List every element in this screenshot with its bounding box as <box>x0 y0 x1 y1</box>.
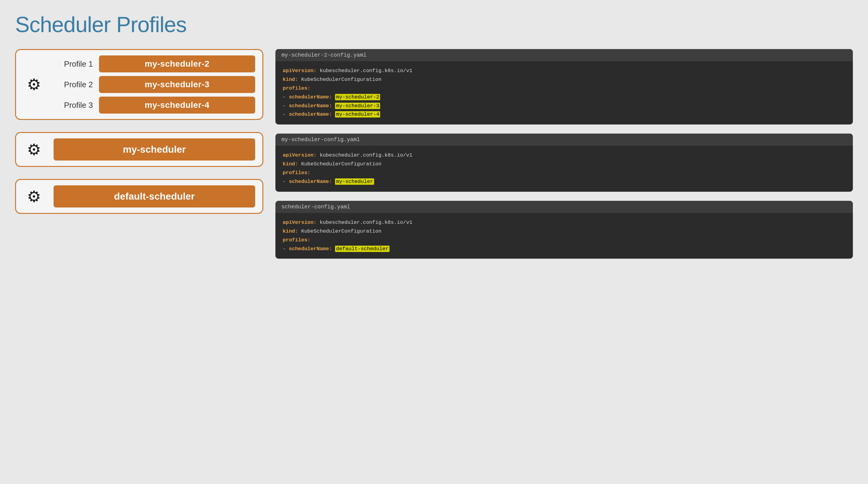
code-line-kind-default: kind: KubeSchedulerConfiguration <box>283 227 846 236</box>
default-scheduler-badge: default-scheduler <box>54 186 255 207</box>
code-line-kind-my: kind: KubeSchedulerConfiguration <box>283 160 846 169</box>
main-layout: ⚙ Profile 1 my-scheduler-2 Profile 2 my-… <box>15 49 853 259</box>
my-scheduler-badge: my-scheduler <box>54 138 255 161</box>
scheduler-badge-2: my-scheduler-3 <box>99 76 255 93</box>
scheduler-badge-1: my-scheduler-2 <box>99 55 255 73</box>
code-line-profiles-my: profiles: <box>283 169 846 177</box>
code-body-default: apiVersion: kubescheduler.config.k8s.io/… <box>275 213 853 259</box>
code-header-my: my-scheduler-config.yaml <box>275 134 853 146</box>
scheduler-badge-3: my-scheduler-4 <box>99 96 255 114</box>
code-line-apiversion-my: apiVersion: kubescheduler.config.k8s.io/… <box>283 151 846 160</box>
code-header-default: scheduler-config.yaml <box>275 201 853 213</box>
left-column: ⚙ Profile 1 my-scheduler-2 Profile 2 my-… <box>15 49 263 214</box>
profile-row-2: Profile 2 my-scheduler-3 <box>54 76 255 93</box>
right-column: my-scheduler-2-config.yaml apiVersion: k… <box>275 49 853 259</box>
code-line-apiversion: apiVersion: kubescheduler.config.k8s.io/… <box>283 67 846 76</box>
profile-row-3: Profile 3 my-scheduler-4 <box>54 96 255 114</box>
multi-scheduler-box: ⚙ Profile 1 my-scheduler-2 Profile 2 my-… <box>15 49 263 120</box>
profile-label-3: Profile 3 <box>54 101 93 110</box>
page-title: Scheduler Profiles <box>15 12 853 37</box>
code-header-multi: my-scheduler-2-config.yaml <box>275 49 853 61</box>
profile-label-2: Profile 2 <box>54 80 93 89</box>
code-line-kind: kind: KubeSchedulerConfiguration <box>283 76 846 84</box>
code-line-profiles-default: profiles: <box>283 236 846 245</box>
default-scheduler-box: ⚙ default-scheduler <box>15 179 263 214</box>
code-block-default: scheduler-config.yaml apiVersion: kubesc… <box>275 201 853 259</box>
profile-label-1: Profile 1 <box>54 59 93 69</box>
profile-row-1: Profile 1 my-scheduler-2 <box>54 55 255 73</box>
code-line-profiles: profiles: <box>283 84 846 93</box>
code-line-sched2: - schedulerName: my-scheduler-3 <box>283 102 846 111</box>
code-line-sched3: - schedulerName: my-scheduler-4 <box>283 110 846 119</box>
gear-icon-my: ⚙ <box>23 141 44 159</box>
code-line-apiversion-default: apiVersion: kubescheduler.config.k8s.io/… <box>283 218 846 227</box>
code-block-my: my-scheduler-config.yaml apiVersion: kub… <box>275 134 853 192</box>
code-line-sched-default: - schedulerName: default-scheduler <box>283 245 846 254</box>
code-body-multi: apiVersion: kubescheduler.config.k8s.io/… <box>275 61 853 124</box>
code-body-my: apiVersion: kubescheduler.config.k8s.io/… <box>275 146 853 192</box>
code-line-sched-my: - schedulerName: my-scheduler <box>283 177 846 186</box>
gear-icon-default: ⚙ <box>23 188 44 206</box>
profiles-section: Profile 1 my-scheduler-2 Profile 2 my-sc… <box>54 55 255 114</box>
my-scheduler-box: ⚙ my-scheduler <box>15 132 263 167</box>
code-line-sched1: - schedulerName: my-scheduler-2 <box>283 93 846 102</box>
code-block-multi: my-scheduler-2-config.yaml apiVersion: k… <box>275 49 853 124</box>
gear-icon-multi: ⚙ <box>23 76 44 93</box>
